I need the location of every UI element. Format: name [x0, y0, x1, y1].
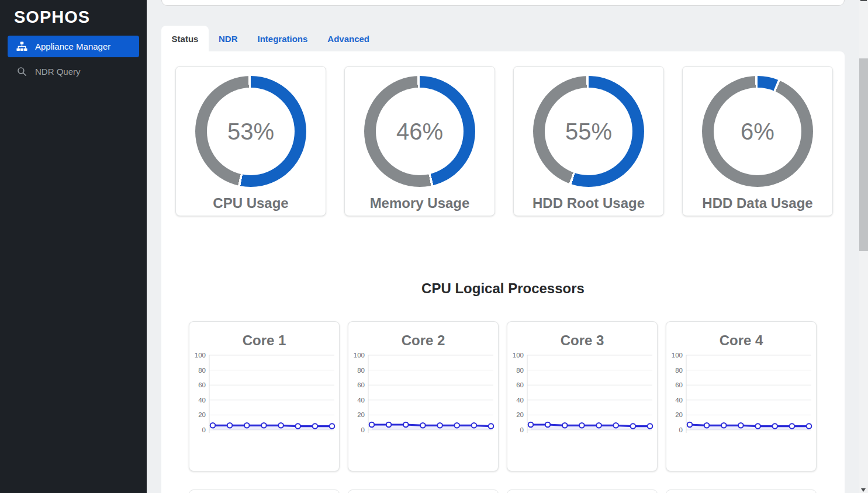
partial-card: [348, 489, 499, 493]
gauge-card-memory-usage: 46%Memory Usage: [344, 66, 495, 216]
sidebar: SOPHOS Appliance ManagerNDR Query: [0, 0, 147, 493]
chart-card-core-4: Core 4020406080100: [666, 321, 817, 471]
scrollbar[interactable]: [859, 0, 868, 493]
next-row-cards: [189, 489, 845, 493]
donut-gauge: 53%: [195, 76, 306, 187]
gauge-label: HDD Data Usage: [683, 195, 832, 211]
svg-text:60: 60: [516, 381, 524, 388]
svg-text:100: 100: [354, 352, 365, 359]
status-panel: 53%CPU Usage46%Memory Usage55%HDD Root U…: [161, 51, 845, 493]
svg-text:80: 80: [675, 367, 683, 374]
sidebar-item-ndr-query[interactable]: NDR Query: [8, 61, 139, 82]
donut-gauge: 46%: [364, 76, 475, 187]
scrollbar-down-arrow[interactable]: [861, 488, 866, 492]
donut-gauge: 6%: [702, 76, 813, 187]
donut-hole: 53%: [207, 88, 295, 175]
svg-text:60: 60: [198, 381, 206, 388]
sidebar-item-label: Appliance Manager: [35, 41, 110, 51]
line-chart: 020406080100: [348, 351, 498, 445]
partial-card: [507, 489, 658, 493]
chart-title: Core 1: [189, 332, 339, 349]
svg-text:40: 40: [357, 397, 365, 404]
chart-title: Core 2: [348, 332, 498, 349]
chart-card-core-2: Core 2020406080100: [348, 321, 499, 471]
svg-text:80: 80: [516, 367, 524, 374]
gauge-value: 53%: [227, 119, 274, 145]
gauge-card-hdd-data-usage: 6%HDD Data Usage: [682, 66, 833, 216]
tab-status[interactable]: Status: [161, 26, 209, 51]
gauge-value: 6%: [741, 119, 774, 145]
svg-text:20: 20: [516, 411, 524, 418]
svg-text:80: 80: [198, 367, 206, 374]
svg-text:60: 60: [675, 381, 683, 388]
svg-text:40: 40: [198, 397, 206, 404]
gauge-label: HDD Root Usage: [514, 195, 663, 211]
svg-text:0: 0: [679, 426, 683, 433]
svg-text:40: 40: [675, 397, 683, 404]
charts-row: Core 1020406080100Core 2020406080100Core…: [189, 321, 845, 471]
svg-text:40: 40: [516, 397, 524, 404]
svg-text:0: 0: [202, 426, 206, 433]
chart-card-core-1: Core 1020406080100: [189, 321, 340, 471]
line-chart: 020406080100: [189, 351, 339, 445]
donut-hole: 6%: [714, 88, 801, 175]
sidebar-nav: Appliance ManagerNDR Query: [0, 36, 147, 82]
svg-text:100: 100: [513, 352, 524, 359]
donut-hole: 46%: [376, 88, 464, 175]
partial-card: [189, 489, 340, 493]
sidebar-item-label: NDR Query: [35, 67, 81, 77]
sophos-logo: SOPHOS: [14, 8, 147, 27]
svg-text:60: 60: [357, 381, 365, 388]
tab-advanced[interactable]: Advanced: [317, 26, 379, 51]
gauge-card-cpu-usage: 53%CPU Usage: [175, 66, 326, 216]
tab-ndr[interactable]: NDR: [209, 26, 248, 51]
svg-text:0: 0: [520, 426, 524, 433]
tab-bar: StatusNDRIntegrationsAdvanced: [161, 26, 379, 51]
line-chart: 020406080100: [507, 351, 657, 445]
svg-text:20: 20: [357, 411, 365, 418]
svg-text:80: 80: [357, 367, 365, 374]
sitemap-icon: [16, 41, 27, 52]
gauges-row: 53%CPU Usage46%Memory Usage55%HDD Root U…: [175, 66, 845, 216]
donut-gauge: 55%: [533, 76, 644, 187]
tab-integrations[interactable]: Integrations: [248, 26, 318, 51]
chart-title: Core 3: [507, 332, 657, 349]
svg-text:100: 100: [195, 352, 206, 359]
gauge-card-hdd-root-usage: 55%HDD Root Usage: [513, 66, 664, 216]
chart-title: Core 4: [666, 332, 816, 349]
gauge-value: 55%: [565, 119, 612, 145]
svg-text:20: 20: [198, 411, 206, 418]
gauge-label: Memory Usage: [345, 195, 494, 211]
sidebar-item-appliance-manager[interactable]: Appliance Manager: [8, 36, 139, 57]
search-icon: [16, 66, 27, 77]
scrollbar-up-arrow[interactable]: [860, 0, 867, 1]
svg-text:20: 20: [675, 411, 683, 418]
svg-text:100: 100: [672, 352, 683, 359]
gauge-value: 46%: [396, 119, 443, 145]
section-title: CPU Logical Processors: [161, 280, 845, 297]
svg-text:0: 0: [361, 426, 365, 433]
line-chart: 020406080100: [666, 351, 816, 445]
scrollbar-thumb[interactable]: [859, 58, 868, 251]
chart-card-core-3: Core 3020406080100: [507, 321, 658, 471]
partial-card: [666, 489, 817, 493]
donut-hole: 55%: [545, 88, 632, 175]
scrolled-card-remnant: [161, 0, 845, 6]
gauge-label: CPU Usage: [176, 195, 326, 211]
